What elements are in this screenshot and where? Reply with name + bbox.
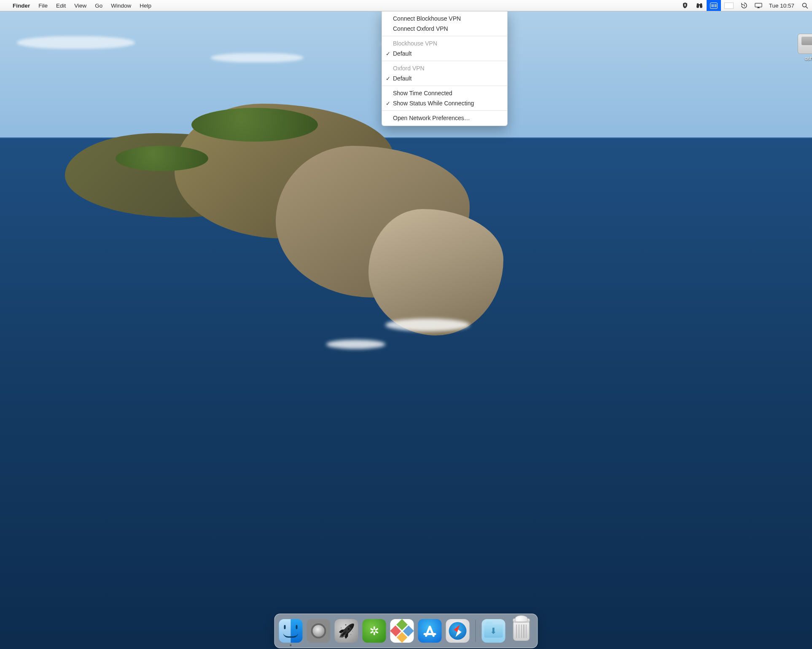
checkmark-icon: ✓ — [386, 75, 390, 82]
menu-bar: Finder File Edit View Go Window Help — [0, 0, 518, 11]
menu-item-label: Default — [393, 50, 411, 57]
checkmark-icon: ✓ — [386, 100, 390, 107]
menu-window[interactable]: Window — [107, 0, 135, 11]
app-menu[interactable]: Finder — [8, 0, 34, 11]
menu-edit[interactable]: Edit — [52, 0, 70, 11]
menu-go[interactable]: Go — [91, 0, 107, 11]
menu-help[interactable]: Help — [135, 0, 156, 11]
vpn-group-header-oxford: Oxford VPN — [382, 63, 507, 73]
menu-item-label: Show Time Connected — [393, 90, 452, 97]
vpn-connect-blockhouse[interactable]: Connect Blockhouse VPN — [382, 13, 507, 24]
menu-separator — [382, 61, 507, 61]
menu-item-label: Show Status While Connecting — [393, 100, 474, 107]
vpn-show-time-connected[interactable]: Show Time Connected — [382, 88, 507, 98]
menu-file[interactable]: File — [34, 0, 52, 11]
vpn-show-status-connecting[interactable]: ✓ Show Status While Connecting — [382, 98, 507, 108]
vpn-oxford-default[interactable]: ✓ Default — [382, 73, 507, 83]
vpn-blockhouse-default[interactable]: ✓ Default — [382, 48, 507, 59]
menu-item-label: Default — [393, 75, 411, 82]
menu-separator — [382, 36, 507, 36]
menu-separator — [382, 110, 507, 111]
menu-bar-left: Finder File Edit View Go Window Help — [0, 0, 156, 11]
checkmark-icon: ✓ — [386, 51, 390, 57]
vpn-dropdown: Connect Blockhouse VPN Connect Oxford VP… — [382, 11, 508, 126]
menu-view[interactable]: View — [70, 0, 91, 11]
menu-separator — [382, 86, 507, 86]
vpn-open-network-preferences[interactable]: Open Network Preferences… — [382, 113, 507, 123]
apple-menu[interactable] — [0, 0, 8, 11]
vpn-connect-oxford[interactable]: Connect Oxford VPN — [382, 24, 507, 34]
vpn-group-header-blockhouse: Blockhouse VPN — [382, 38, 507, 48]
